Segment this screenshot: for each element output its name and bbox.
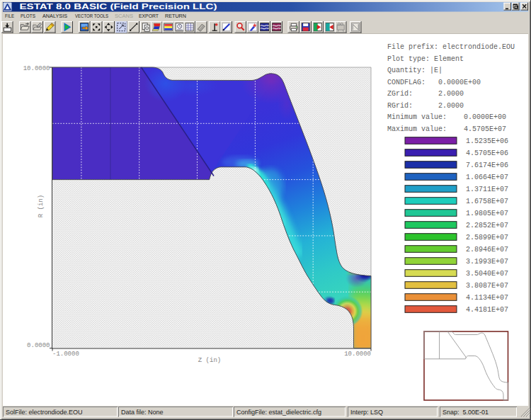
svg-text:SolFile: electrondiode.EOU: SolFile: electrondiode.EOU bbox=[6, 409, 83, 416]
svg-text:File prefix: electrondiode.EOU: File prefix: electrondiode.EOU bbox=[387, 43, 515, 51]
svg-text:Plot type: Element: Plot type: Element bbox=[387, 55, 464, 63]
svg-text:1.0664E+07: 1.0664E+07 bbox=[466, 174, 508, 181]
svg-text:10.0000: 10.0000 bbox=[344, 351, 371, 358]
svg-text:Quantity: |E|: Quantity: |E| bbox=[387, 67, 442, 74]
svg-text:ESTAT 8.0 BASIC (Field Precisi: ESTAT 8.0 BASIC (Field Precision LLC) bbox=[20, 2, 217, 11]
svg-text:PLOTS: PLOTS bbox=[21, 13, 35, 19]
svg-text:7.6174E+06: 7.6174E+06 bbox=[466, 161, 508, 169]
svg-text:10.0000: 10.0000 bbox=[23, 65, 50, 72]
svg-text:ANALYSIS: ANALYSIS bbox=[42, 13, 67, 19]
svg-text:VECTOR TOOLS: VECTOR TOOLS bbox=[75, 13, 108, 19]
svg-text:3.5040E+07: 3.5040E+07 bbox=[466, 270, 508, 278]
svg-text:2.8946E+07: 2.8946E+07 bbox=[466, 246, 508, 254]
svg-text:0.0000: 0.0000 bbox=[27, 342, 50, 349]
svg-text:2.2852E+07: 2.2852E+07 bbox=[466, 222, 508, 229]
svg-text:CONDFLAG: 0.0000E+00: CONDFLAG: 0.0000E+00 bbox=[387, 79, 481, 86]
svg-text:EXPORT: EXPORT bbox=[139, 13, 159, 19]
svg-text:ZGrid: 2.0000: ZGrid: 2.0000 bbox=[387, 90, 464, 98]
svg-text:4.5705E+06: 4.5705E+06 bbox=[466, 149, 508, 157]
svg-text:2.5899E+07: 2.5899E+07 bbox=[466, 234, 508, 242]
svg-text:Z (in): Z (in) bbox=[198, 357, 221, 364]
svg-text:1.6758E+07: 1.6758E+07 bbox=[466, 198, 508, 205]
svg-text:SCANS: SCANS bbox=[115, 13, 133, 19]
svg-text:RGrid: 2.0000: RGrid: 2.0000 bbox=[387, 102, 464, 110]
svg-text:1.3711E+07: 1.3711E+07 bbox=[466, 186, 508, 193]
svg-text:R (in): R (in) bbox=[38, 195, 45, 217]
svg-text:Data file: None: Data file: None bbox=[121, 409, 164, 416]
svg-text:1.5235E+06: 1.5235E+06 bbox=[466, 137, 508, 145]
svg-text:Interp: LSQ: Interp: LSQ bbox=[350, 409, 383, 416]
svg-text:Snap: 5.00E-01: Snap: 5.00E-01 bbox=[442, 409, 489, 416]
svg-text:4.4181E+07: 4.4181E+07 bbox=[466, 306, 508, 314]
svg-text:1.9805E+07: 1.9805E+07 bbox=[466, 210, 508, 217]
svg-text:-1.0000: -1.0000 bbox=[52, 351, 79, 358]
svg-text:Minimum value: 0.0000E+00: Minimum value: 0.0000E+00 bbox=[387, 113, 506, 121]
svg-text:3.1993E+07: 3.1993E+07 bbox=[466, 258, 508, 266]
svg-text:FILE: FILE bbox=[5, 13, 14, 19]
svg-text:ConfigFile: estat_dielectric.c: ConfigFile: estat_dielectric.cfg bbox=[236, 409, 321, 416]
svg-text:Maximum value: 4.5705E+07: Maximum value: 4.5705E+07 bbox=[387, 125, 506, 133]
svg-text:4.1134E+07: 4.1134E+07 bbox=[466, 294, 508, 302]
svg-text:RETURN: RETURN bbox=[165, 13, 186, 19]
svg-text:3.8087E+07: 3.8087E+07 bbox=[466, 282, 508, 290]
